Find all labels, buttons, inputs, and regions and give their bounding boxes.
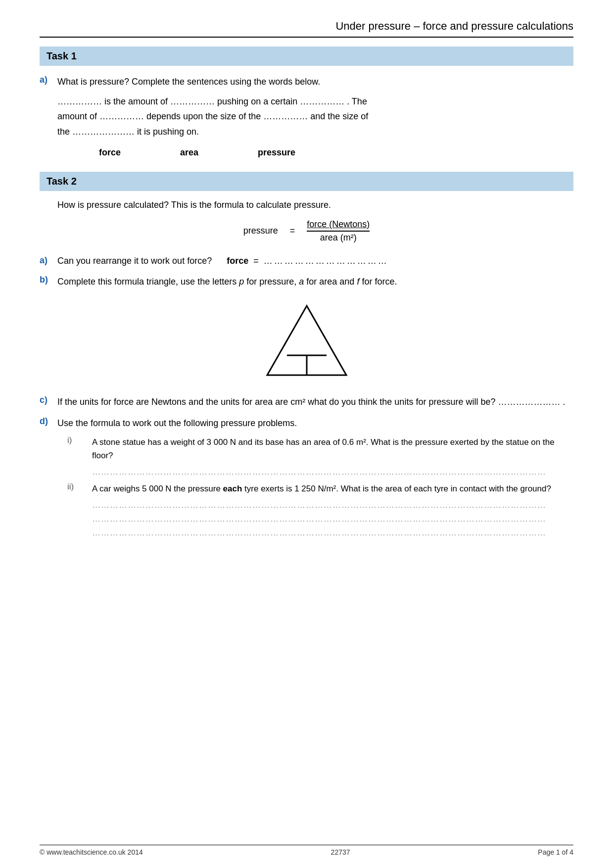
word-force: force — [99, 147, 121, 158]
word-pressure: pressure — [258, 147, 295, 158]
task2c-row: c) If the units for force are Newtons an… — [40, 395, 573, 409]
task2a-eq-equals: = — [253, 254, 259, 268]
task2b-question: Complete this formula triangle, use the … — [57, 275, 573, 289]
task2d-sub2: ii) A car weighs 5 000 N the pressure ea… — [67, 482, 573, 538]
task2d-row: d) Use the formula to work out the follo… — [40, 416, 573, 431]
word-area: area — [180, 147, 198, 158]
task1-line1: …………… is the amount of …………… pushing on … — [57, 94, 573, 109]
formula-box: pressure = force (Newtons) area (m²) — [40, 219, 573, 243]
footer-pagenum: Page 1 of 4 — [538, 848, 573, 856]
task2c-question: If the units for force are Newtons and t… — [57, 395, 573, 409]
page: Under pressure – force and pressure calc… — [0, 0, 613, 868]
formula-denominator: area (m²) — [320, 232, 357, 243]
task2a-question: Can you rearrange it to work out force? … — [57, 254, 573, 268]
task2d-sub1-label: i) — [67, 435, 92, 462]
task2-section: Task 2 How is pressure calculated? This … — [40, 172, 573, 538]
task1-question-row: a) What is pressure? Complete the senten… — [40, 75, 573, 89]
task2a-label: a) — [40, 255, 57, 266]
task2c-label: c) — [40, 395, 57, 409]
task1-section: Task 1 a) What is pressure? Complete the… — [40, 47, 573, 158]
task2b-q-text: Complete this formula triangle, use the … — [57, 277, 236, 287]
task2b-for-area: for area and — [306, 277, 357, 287]
task2d-sub2-question: A car weighs 5 000 N the pressure each t… — [92, 482, 573, 495]
formula-numerator: force (Newtons) — [307, 219, 370, 232]
task2d-sub2-answer1: …………………………………………………………………………………………………………… — [92, 500, 573, 510]
task2d-sub1-answer: …………………………………………………………………………………………………………… — [92, 467, 573, 477]
formula-equals: = — [290, 226, 295, 236]
task2a-force-eq: force = ……………………………… — [227, 254, 388, 268]
task2d-question: Use the formula to work out the followin… — [57, 416, 573, 431]
task2b-f: f — [357, 277, 359, 287]
footer-copyright: © www.teachitscience.co.uk 2014 — [40, 848, 143, 856]
task2d-sub2-post: tyre exerts is 1 250 N/m². What is the a… — [242, 484, 551, 493]
task1-label: a) — [40, 75, 57, 89]
task2d-sub2-answer2: …………………………………………………………………………………………………………… — [92, 514, 573, 524]
formula-triangle — [262, 301, 351, 380]
formula-lhs: pressure — [243, 226, 278, 236]
task1-line2: amount of …………… depends upon the size of… — [57, 109, 573, 124]
task1-word-bank: force area pressure — [99, 147, 573, 158]
task2d-sub1: i) A stone statue has a weight of 3 000 … — [67, 435, 573, 477]
task2b-label: b) — [40, 275, 57, 289]
task1-question: What is pressure? Complete the sentences… — [57, 75, 573, 89]
triangle-container — [40, 301, 573, 380]
task2a-q-text: Can you rearrange it to work out force? — [57, 256, 212, 266]
task2-header: Task 2 — [40, 172, 573, 191]
task2d-sub2-label: ii) — [67, 482, 92, 495]
task2b-for-pressure: for pressure, — [246, 277, 299, 287]
task2a-row: a) Can you rearrange it to work out forc… — [40, 254, 573, 268]
task2d-sub2-pre: A car weighs 5 000 N the pressure — [92, 484, 223, 493]
task1-header: Task 1 — [40, 47, 573, 66]
formula-fraction: force (Newtons) area (m²) — [307, 219, 370, 243]
task1-line3: the ………………… it is pushing on. — [57, 124, 573, 140]
page-title: Under pressure – force and pressure calc… — [40, 20, 573, 38]
task2b-p: p — [239, 277, 244, 287]
task2b-a: a — [299, 277, 304, 287]
task2b-row: b) Complete this formula triangle, use t… — [40, 275, 573, 289]
footer-docid: 22737 — [331, 848, 350, 856]
page-footer: © www.teachitscience.co.uk 2014 22737 Pa… — [40, 845, 573, 856]
task2d-sub2-bold: each — [223, 484, 242, 493]
task2d-sub2-answer3: …………………………………………………………………………………………………………… — [92, 528, 573, 538]
task2d-sub2-row: ii) A car weighs 5 000 N the pressure ea… — [67, 482, 573, 495]
task2a-force-label: force — [227, 254, 248, 268]
task2d-sub1-row: i) A stone statue has a weight of 3 000 … — [67, 435, 573, 462]
task2a-answer-dots: ……………………………… — [264, 254, 388, 268]
task2d-sub1-question: A stone statue has a weight of 3 000 N a… — [92, 435, 573, 462]
task2d-label: d) — [40, 416, 57, 431]
task2b-for-force: for force. — [362, 277, 397, 287]
task2-intro: How is pressure calculated? This is the … — [57, 200, 573, 210]
